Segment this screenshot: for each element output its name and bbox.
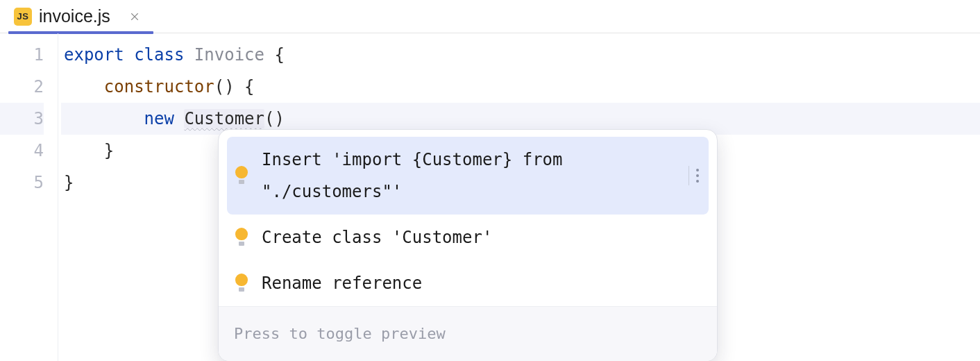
line-number: 3 xyxy=(0,103,44,135)
code-area[interactable]: export class Invoice { constructor() { n… xyxy=(58,33,980,361)
line-number: 1 xyxy=(0,39,44,71)
intention-actions-popup: Insert 'import {Customer} from "./custom… xyxy=(218,129,718,361)
more-options-button[interactable] xyxy=(688,166,703,185)
tab-bar: JS invoice.js xyxy=(0,0,980,33)
intention-item-insert-import[interactable]: Insert 'import {Customer} from "./custom… xyxy=(227,137,709,215)
line-number: 5 xyxy=(0,167,44,199)
line-number-gutter: 1 2 3 4 5 xyxy=(0,33,58,361)
code-editor[interactable]: 1 2 3 4 5 export class Invoice { constru… xyxy=(0,33,980,361)
intention-item-label: Insert 'import {Customer} from "./custom… xyxy=(262,144,673,208)
intention-item-label: Create class 'Customer' xyxy=(262,221,703,253)
close-icon xyxy=(130,12,140,22)
js-file-icon: JS xyxy=(14,8,32,26)
lightbulb-icon xyxy=(234,228,249,247)
tab-invoice-js[interactable]: JS invoice.js xyxy=(8,0,153,33)
intention-item-label: Rename reference xyxy=(262,267,703,299)
lightbulb-icon xyxy=(234,274,249,293)
intention-item-rename-reference[interactable]: Rename reference xyxy=(219,260,717,306)
tab-filename: invoice.js xyxy=(39,6,110,26)
lightbulb-icon xyxy=(234,166,249,185)
code-line: export class Invoice { xyxy=(61,39,980,71)
code-line: constructor() { xyxy=(61,71,980,103)
popup-hint: Press to toggle preview xyxy=(219,306,717,361)
line-number: 4 xyxy=(0,135,44,167)
close-tab-button[interactable] xyxy=(127,9,142,24)
line-number: 2 xyxy=(0,71,44,103)
intention-item-create-class[interactable]: Create class 'Customer' xyxy=(219,215,717,260)
unresolved-reference[interactable]: Customer xyxy=(184,109,264,128)
